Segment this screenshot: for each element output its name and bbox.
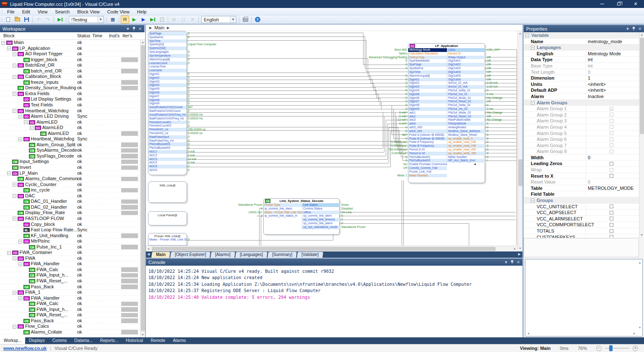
io-port-row[interactable]: PlsOutBucket020: [148, 146, 187, 150]
input-port-row[interactable]: Meter - Prover XML Link Time...10000 ms*: [264, 211, 302, 215]
canvas-tab-summary[interactable]: [Summary]: [267, 252, 297, 258]
output-port-row[interactable]: Comms StatusDisabled: [302, 207, 340, 211]
page-icon[interactable]: [158, 16, 166, 23]
property-row[interactable]: Alarm Group 8: [524, 148, 639, 155]
io-port-row[interactable]: SysTime: [148, 39, 187, 43]
column-header-status[interactable]: Status: [77, 33, 90, 38]
console-close-icon[interactable]: ✕: [517, 260, 520, 264]
tree-row[interactable]: CBbatch_end_ORok: [0, 68, 140, 74]
input-port-row[interactable]: DigIn060: [408, 96, 447, 100]
tree-row[interactable]: −COFWA_1ok: [0, 290, 140, 295]
tree-row[interactable]: −COFWAok: [0, 256, 140, 261]
tree-expander-icon[interactable]: −: [13, 217, 16, 220]
tree-row[interactable]: CBPulse_Inc_1ok: [0, 244, 140, 250]
input-port-row[interactable]: SysHeartbeatId0: [408, 59, 447, 63]
tree-expander-icon[interactable]: −: [13, 75, 16, 79]
output-port-row[interactable]: PlsOut_Mode_02!No Change: [447, 111, 485, 115]
tree-row[interactable]: CBSysAlarms_Decodeok: [0, 148, 140, 153]
panel-tab-displays[interactable]: Displays: [25, 337, 49, 344]
output-port-row[interactable]: AnalogModes0: [447, 126, 485, 129]
workspace-pin-icon[interactable]: [132, 27, 135, 31]
io-port-row[interactable]: PlsOutBucket010: [148, 142, 187, 146]
panel-tab-reports[interactable]: Reports...: [96, 337, 122, 344]
input-port-row[interactable]: Prover_Link_Fail: [408, 170, 447, 174]
tree-row[interactable]: −COCyclic_Counterok: [0, 182, 140, 188]
tree-expander-icon[interactable]: −: [24, 120, 28, 124]
io-port-row[interactable]: DigIn080: [148, 98, 187, 102]
properties-scrollbar[interactable]: ▲ ▼: [639, 32, 644, 238]
tree-row[interactable]: −COFASTLOOP FLOWok: [0, 216, 140, 222]
property-row[interactable]: CUSTOMERKEYS: [524, 234, 639, 238]
tree-row[interactable]: −COHeartbeat_WatchdogSync: [0, 136, 140, 142]
tree-expander-icon[interactable]: −: [1, 41, 5, 45]
redo-icon[interactable]: ↷: [44, 16, 52, 23]
zoom-slider-thumb[interactable]: [609, 345, 613, 351]
io-port-row[interactable]: GoodPulseIn/CH01Count667: [148, 106, 187, 109]
io-port-row[interactable]: Meter - Prover XML Link Status0: [148, 238, 187, 242]
tree-row[interactable]: CBFWA_Input_h...ok: [0, 272, 140, 278]
tree-row[interactable]: CBAlarmLEDok: [0, 131, 140, 137]
newflow-link[interactable]: www.newflow.co.uk: [3, 346, 47, 351]
canvas-tab-languages[interactable]: [Languages]: [235, 252, 267, 258]
canvas-hscrollbar[interactable]: ◄ ►: [146, 246, 517, 251]
output-port-row[interactable]: PlsOut_Reset_01Off: [447, 100, 485, 104]
panel-tab-datama[interactable]: Datama...: [70, 337, 96, 344]
canvas-tab-main[interactable]: Main: [151, 252, 170, 258]
tree-row[interactable]: −COLP_Applicationok: [0, 46, 140, 52]
output-port-row[interactable]: PlsOut_Mode_01!No Change: [447, 96, 485, 100]
tree-row[interactable]: −COFWA_Handlerok: [0, 261, 140, 267]
tree-expander-icon[interactable]: −: [13, 64, 16, 67]
io-port-row[interactable]: SysTemperature0: [148, 54, 187, 58]
workspace-close-icon[interactable]: ✕: [138, 27, 142, 31]
zoom-slider[interactable]: [605, 348, 629, 349]
input-port-row[interactable]: Calculation StandardsMetric: [408, 52, 447, 56]
block-view-icon[interactable]: H: [121, 16, 129, 23]
property-value[interactable]: metrology_mode: [588, 39, 622, 45]
group-expander-icon[interactable]: −: [531, 199, 535, 202]
output-port-row[interactable]: RawPulseEnableNo Change: [447, 118, 485, 122]
prover-xml-link-block[interactable]: Prover XML Link@Meter - Prover XML Link …: [148, 233, 187, 246]
open-icon[interactable]: [13, 16, 21, 23]
property-row[interactable]: VCC_ADPSELECT: [524, 210, 639, 216]
menu-item-help[interactable]: Help: [133, 8, 151, 15]
workspace-scrollbar[interactable]: ▲ ▼: [140, 40, 145, 337]
property-row[interactable]: TableMETROLOGY_MODE: [524, 185, 639, 192]
io-port-row[interactable]: LicenseId: [148, 69, 187, 72]
property-value[interactable]: 0: [588, 69, 590, 75]
properties-close-icon[interactable]: ✕: [638, 27, 641, 31]
input-port-row[interactable]: PlsOutBucket010: [408, 155, 447, 159]
tree-row[interactable]: −COFlow_Calcsok: [0, 324, 140, 329]
io-port-row[interactable]: PeriodIn01_us766.00000 us: [148, 128, 187, 132]
property-row[interactable]: TOTALS: [524, 228, 639, 234]
disconnect-icon[interactable]: ✕: [188, 16, 197, 23]
output-port-row[interactable]: Modbus_Slave_Address0: [447, 129, 485, 133]
tree-expander-icon[interactable]: −: [13, 52, 16, 56]
io-port-row[interactable]: RawPulseInput0: [148, 135, 187, 139]
input-port-row[interactable]: Prover TypeStandalone Prover: [264, 203, 302, 207]
mode-select[interactable]: !Testing▼: [69, 16, 104, 23]
tree-row[interactable]: CBAlarms_Collateok: [0, 329, 140, 335]
io-port-row[interactable]: DigIn040: [148, 83, 187, 87]
preview-scroll-up-icon[interactable]: ▲: [638, 260, 642, 265]
tree-expander-icon[interactable]: −: [13, 92, 16, 96]
input-port-row[interactable]: Pulse B (rollover @ 65535)0: [408, 137, 447, 141]
menu-item-block-view[interactable]: Block View: [73, 8, 104, 15]
output-port-row[interactable]: op_comms_link_ident0: [302, 214, 340, 218]
io-port-row[interactable]: DigIn020: [148, 76, 187, 80]
lp-application-block[interactable]: LP_ApplicationCOMetrology ModeStrict MID…: [408, 43, 485, 183]
property-row[interactable]: AlarmInactive: [524, 93, 639, 100]
output-port-row[interactable]: Modbus_Slave_Reset0: [447, 133, 485, 137]
property-checkbox[interactable]: [610, 235, 613, 238]
tabstrip-right-icon[interactable]: ▶: [518, 252, 521, 256]
io-port-row[interactable]: SysAlarms0: [148, 36, 187, 39]
tree-row[interactable]: CBInvertok: [0, 165, 140, 171]
output-port-row[interactable]: PlsInputMode0: [447, 122, 485, 126]
property-checkbox[interactable]: [610, 229, 613, 233]
input-port-row[interactable]: ip_comms_link_status_in0: [264, 214, 302, 218]
io-port-row[interactable]: LicenseTime: [148, 65, 187, 69]
input-port-row[interactable]: DigIn080: [408, 104, 447, 107]
io-port-row[interactable]: PeriodInCount020: [148, 124, 187, 128]
stub-block-local-panel[interactable]: Local Panel@: [148, 211, 187, 225]
input-port-row[interactable]: Coriolis_Comms_FailOff: [408, 166, 447, 170]
input-port-row[interactable]: DigIn010: [408, 78, 447, 82]
